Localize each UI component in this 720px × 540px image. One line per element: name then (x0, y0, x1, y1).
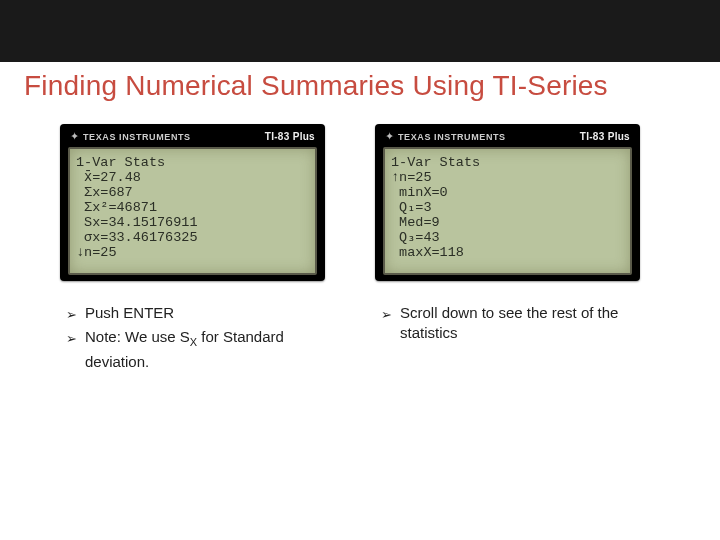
left-column: ✦ TEXAS INSTRUMENTS TI-83 Plus 1-Var Sta… (60, 124, 325, 374)
screen-line: 1-Var Stats (391, 155, 624, 170)
content-row: ✦ TEXAS INSTRUMENTS TI-83 Plus 1-Var Sta… (0, 102, 720, 374)
calculator-right: ✦ TEXAS INSTRUMENTS TI-83 Plus 1-Var Sta… (375, 124, 640, 281)
screen-line: 1-Var Stats (76, 155, 309, 170)
ti-logo-left: ✦ TEXAS INSTRUMENTS (70, 130, 191, 143)
chevron-right-icon: ➢ (66, 329, 77, 349)
screen-line: x̄=27.48 (76, 170, 309, 185)
ti-icon: ✦ (70, 130, 79, 143)
screen-line: Q₁=3 (391, 200, 624, 215)
screen-line: minX=0 (391, 185, 624, 200)
slide-title: Finding Numerical Summaries Using TI-Ser… (0, 62, 720, 102)
calculator-left: ✦ TEXAS INSTRUMENTS TI-83 Plus 1-Var Sta… (60, 124, 325, 281)
screen-line: ↑n=25 (391, 170, 624, 185)
ti-icon: ✦ (385, 130, 394, 143)
screen-line: Med=9 (391, 215, 624, 230)
chevron-right-icon: ➢ (381, 305, 392, 325)
bullet-text: Push ENTER (85, 303, 174, 323)
ti-logo-right: ✦ TEXAS INSTRUMENTS (385, 130, 506, 143)
screen-line: Σx=687 (76, 185, 309, 200)
chevron-right-icon: ➢ (66, 305, 77, 325)
bullet-item: ➢ Note: We use SX for Standard deviation… (66, 327, 316, 372)
screen-line: Q₃=43 (391, 230, 624, 245)
screen-line: Sx=34.15176911 (76, 215, 309, 230)
bullet-text: Scroll down to see the rest of the stati… (400, 303, 631, 343)
bullet-text-part: Note: We use S (85, 328, 190, 345)
screen-line: ↓n=25 (76, 245, 309, 260)
bullet-item: ➢ Scroll down to see the rest of the sta… (381, 303, 631, 343)
calc-header-left: ✦ TEXAS INSTRUMENTS TI-83 Plus (60, 128, 325, 147)
screen-line: Σx²=46871 (76, 200, 309, 215)
ti-brand-right: TEXAS INSTRUMENTS (398, 132, 506, 142)
top-bar (0, 0, 720, 62)
bullet-item: ➢ Push ENTER (66, 303, 316, 325)
bullet-text: Note: We use SX for Standard deviation. (85, 327, 316, 372)
screen-line: σx=33.46176325 (76, 230, 309, 245)
ti-model-right: TI-83 Plus (580, 131, 630, 142)
ti-brand-left: TEXAS INSTRUMENTS (83, 132, 191, 142)
right-column: ✦ TEXAS INSTRUMENTS TI-83 Plus 1-Var Sta… (375, 124, 640, 374)
calc-screen-right: 1-Var Stats ↑n=25 minX=0 Q₁=3 Med=9 Q₃=4… (383, 147, 632, 275)
ti-model-left: TI-83 Plus (265, 131, 315, 142)
bullets-left: ➢ Push ENTER ➢ Note: We use SX for Stand… (60, 303, 316, 374)
screen-line: maxX=118 (391, 245, 624, 260)
bullets-right: ➢ Scroll down to see the rest of the sta… (375, 303, 631, 345)
calc-screen-left: 1-Var Stats x̄=27.48 Σx=687 Σx²=46871 Sx… (68, 147, 317, 275)
calc-header-right: ✦ TEXAS INSTRUMENTS TI-83 Plus (375, 128, 640, 147)
